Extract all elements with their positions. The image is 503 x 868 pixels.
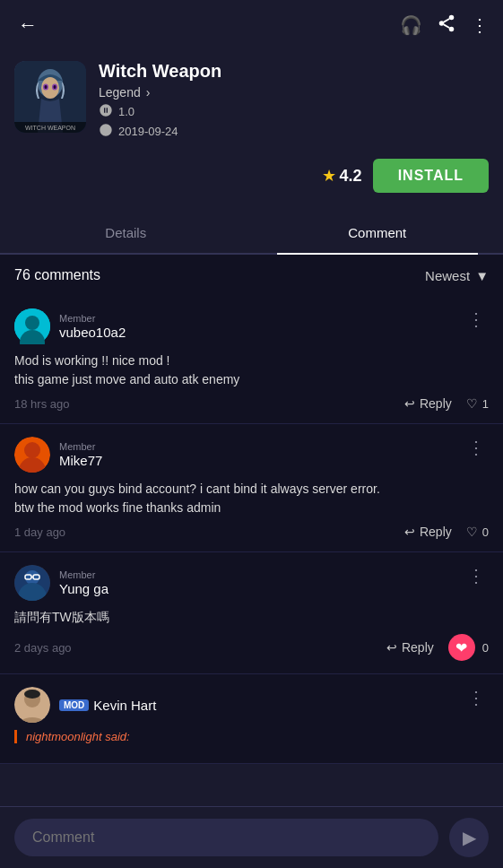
svg-point-0: [449, 14, 455, 20]
like-section: ❤ 0: [448, 634, 489, 661]
app-header: WITCH WEAPON Witch Weapon Legend › 1.0: [0, 50, 503, 213]
user-info: Member vubeo10a2: [59, 313, 126, 340]
comment-time: 2 days ago: [14, 641, 72, 655]
svg-point-28: [24, 690, 40, 699]
svg-point-1: [439, 21, 445, 26]
version-icon: [99, 103, 113, 120]
share-icon[interactable]: [437, 13, 456, 38]
like-button[interactable]: ♡ 0: [466, 525, 489, 539]
user-info: Member Yung ga: [59, 569, 108, 596]
nav-right: 🎧 ⋮: [400, 13, 489, 38]
comment-input[interactable]: [14, 819, 438, 856]
mod-badge: MOD: [59, 699, 89, 711]
comment-more-icon[interactable]: ⋮: [464, 565, 489, 586]
comment-user-row: Member Yung ga: [14, 565, 108, 601]
star-icon: ★: [322, 166, 336, 186]
comment-header: MOD Kevin Hart ⋮: [14, 687, 489, 723]
sort-label: Newest: [425, 268, 470, 283]
star-rating: ★ 4.2: [322, 166, 362, 186]
user-info: Member Mike77: [59, 441, 102, 468]
user-info: MOD Kevin Hart: [59, 698, 156, 713]
comment-actions: ↩ Reply ♡ 1: [404, 396, 489, 411]
app-date: 2019-09-24: [118, 125, 178, 138]
tabs-bar: Details Comment: [0, 213, 503, 255]
comment-header: Member vubeo10a2 ⋮: [14, 308, 489, 344]
app-category: Legend: [99, 85, 141, 100]
app-details: Witch Weapon Legend › 1.0 2: [99, 61, 489, 143]
comment-footer: 18 hrs ago ↩ Reply ♡ 1: [14, 396, 489, 411]
comment-text: 請問有TW版本嗎: [14, 608, 489, 627]
app-date-row: 2019-09-24: [99, 123, 489, 140]
reply-icon: ↩: [404, 396, 415, 411]
comment-user-row: MOD Kevin Hart: [14, 687, 156, 723]
svg-point-10: [45, 85, 48, 89]
comment-time: 18 hrs ago: [14, 397, 69, 411]
username: Yung ga: [59, 581, 108, 596]
rating-row: ★ 4.2 INSTALL: [14, 153, 489, 202]
like-button[interactable]: ❤: [448, 634, 475, 661]
comments-header: 76 comments Newest ▼: [0, 255, 503, 296]
top-navigation: ← 🎧 ⋮: [0, 0, 503, 50]
comment-header: Member Mike77 ⋮: [14, 437, 489, 473]
comment-header: Member Yung ga ⋮: [14, 565, 489, 601]
comment-time: 1 day ago: [14, 525, 65, 539]
comment-more-icon[interactable]: ⋮: [464, 437, 489, 458]
svg-line-3: [444, 24, 449, 28]
username: Kevin Hart: [93, 698, 156, 713]
comment-input-bar: ▶: [0, 806, 503, 868]
more-options-icon[interactable]: ⋮: [471, 14, 489, 36]
member-label: Member: [59, 569, 108, 580]
heart-icon: ♡: [466, 396, 478, 411]
tab-comment[interactable]: Comment: [252, 213, 504, 253]
comment-more-icon[interactable]: ⋮: [464, 308, 489, 330]
svg-line-4: [444, 18, 449, 22]
date-icon: [99, 123, 113, 140]
rating-value: 4.2: [340, 167, 362, 186]
avatar: [14, 308, 50, 344]
app-name: Witch Weapon: [99, 61, 489, 82]
like-button[interactable]: ♡ 1: [466, 396, 489, 411]
send-icon: ▶: [463, 827, 476, 848]
reply-button[interactable]: ↩ Reply: [386, 640, 434, 655]
like-count: 1: [482, 397, 489, 411]
reply-button[interactable]: ↩ Reply: [404, 396, 452, 411]
comment-more-icon[interactable]: ⋮: [464, 687, 489, 708]
svg-point-11: [54, 85, 56, 89]
back-button[interactable]: ←: [14, 10, 41, 40]
nav-left: ←: [14, 10, 41, 40]
comment-actions: ↩ Reply ❤ 0: [386, 634, 489, 661]
svg-point-2: [449, 26, 455, 30]
comment-footer: 2 days ago ↩ Reply ❤ 0: [14, 634, 489, 661]
comment-text: how can you guys bind account? i cant bi…: [14, 480, 489, 517]
heart-icon: ♡: [466, 525, 478, 539]
comment-user-row: Member vubeo10a2: [14, 308, 126, 344]
avatar: [14, 437, 50, 473]
comment-text: Mod is working !! nice mod ! this game j…: [14, 352, 489, 389]
svg-point-18: [24, 442, 40, 458]
avatar: [14, 565, 50, 601]
comment-card: Member Mike77 ⋮ how can you guys bind ac…: [0, 424, 503, 552]
like-count: 0: [482, 641, 489, 655]
comment-card: Member Yung ga ⋮ 請問有TW版本嗎 2 days ago ↩ R…: [0, 552, 503, 674]
install-button[interactable]: INSTALL: [373, 159, 489, 193]
app-info-row: WITCH WEAPON Witch Weapon Legend › 1.0: [14, 61, 489, 143]
app-legend-row: Legend ›: [99, 85, 489, 100]
send-button[interactable]: ▶: [449, 818, 489, 857]
comment-footer: 1 day ago ↩ Reply ♡ 0: [14, 525, 489, 539]
app-version: 1.0: [118, 105, 134, 118]
quoted-text: nightmoonlight said:: [14, 730, 489, 743]
reply-button[interactable]: ↩ Reply: [404, 525, 452, 539]
comment-card: Member vubeo10a2 ⋮ Mod is working !! nic…: [0, 296, 503, 424]
svg-text:WITCH WEAPON: WITCH WEAPON: [25, 125, 75, 131]
username: Mike77: [59, 453, 102, 468]
comment-actions: ↩ Reply ♡ 0: [404, 525, 489, 539]
headset-icon[interactable]: 🎧: [400, 14, 422, 36]
heart-liked-icon: ❤: [448, 634, 475, 661]
svg-point-15: [25, 316, 39, 330]
tab-details[interactable]: Details: [0, 213, 252, 253]
app-version-row: 1.0: [99, 103, 489, 120]
category-chevron-icon[interactable]: ›: [146, 85, 151, 100]
sort-dropdown-icon: ▼: [475, 268, 489, 283]
comments-count: 76 comments: [14, 267, 100, 283]
sort-button[interactable]: Newest ▼: [425, 268, 489, 283]
